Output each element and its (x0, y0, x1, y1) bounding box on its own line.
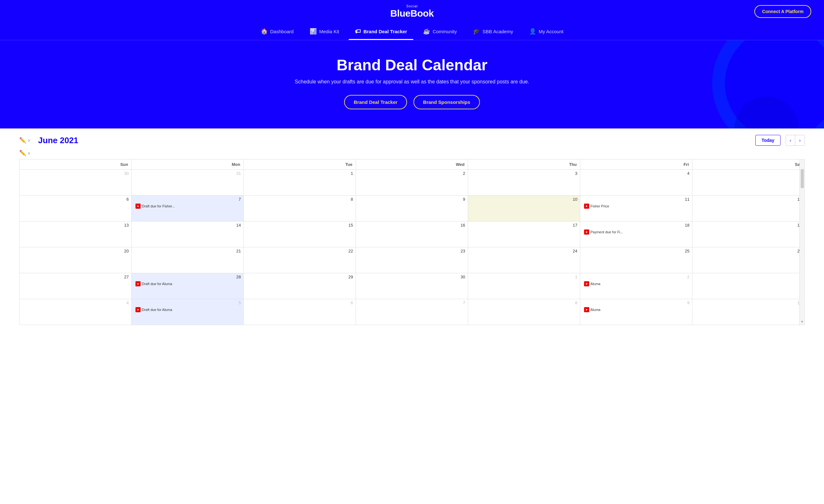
cal-cell-jun7[interactable]: 7 Draft due for Fisher... (132, 196, 244, 221)
event-label-aluma-jun28: Draft due for Aluma (142, 282, 172, 286)
cal-cell-may31[interactable]: 31 (132, 170, 244, 195)
nav-label-sbb-academy: SBB Academy (483, 29, 513, 34)
hero-title: Brand Deal Calendar (13, 56, 811, 74)
event-aluma-jul9[interactable]: Aluma (583, 306, 690, 313)
calendar-grid-wrapper: Sun Mon Tue Wed Thu Fri Sat 30 31 1 2 3 … (19, 159, 805, 325)
cal-cell-jun10[interactable]: 10 (468, 196, 580, 221)
cal-cell-jun11[interactable]: 11 Fisher Price (580, 196, 692, 221)
cal-cell-jun27[interactable]: 27 (19, 273, 132, 299)
connect-platform-button[interactable]: Connect A Platform (754, 5, 811, 18)
cal-cell-jun17[interactable]: 17 (468, 221, 580, 247)
pencil-icon-bottom: ✏️ (19, 149, 26, 157)
cal-cell-jul10[interactable]: 10 (692, 299, 805, 325)
event-icon-payment-jun18 (584, 229, 589, 234)
event-icon-aluma-jun28 (135, 281, 140, 286)
brand-deal-tracker-btn[interactable]: Brand Deal Tracker (344, 95, 407, 109)
nav-item-my-account[interactable]: 👤 My Account (523, 23, 570, 40)
cal-cell-jun6[interactable]: 6 (19, 196, 132, 221)
cal-cell-jun3[interactable]: 3 (468, 170, 580, 195)
nav-item-media-kit[interactable]: 📊 Media Kit (303, 23, 346, 40)
pencil-icon-top: ✏️ (19, 137, 26, 144)
cal-cell-jul7[interactable]: 7 (356, 299, 468, 325)
media-kit-icon: 📊 (310, 28, 317, 35)
cal-cell-jun21[interactable]: 21 (132, 247, 244, 273)
event-payment-fisher-jun18[interactable]: Payment due for Fi... (583, 229, 690, 235)
cal-cell-jun1[interactable]: 1 (244, 170, 356, 195)
cal-cell-jun19[interactable]: 19 (692, 221, 805, 247)
brand-sponsorships-btn[interactable]: Brand Sponsorships (413, 95, 480, 109)
nav-label-media-kit: Media Kit (319, 29, 339, 34)
logo: Social BlueBook (390, 4, 433, 18)
calendar-week-5: 27 28 Draft due for Aluma 29 30 1 2 Alum… (19, 273, 805, 299)
calendar-month-title: June 2021 (38, 135, 750, 145)
event-label-aluma-jul9: Aluma (591, 308, 600, 312)
day-header-wed: Wed (356, 160, 468, 169)
cal-cell-jun24[interactable]: 24 (468, 247, 580, 273)
cal-cell-jun16[interactable]: 16 (356, 221, 468, 247)
nav-item-sbb-academy[interactable]: 🎓 SBB Academy (467, 23, 519, 40)
cal-cell-jun18[interactable]: 18 Payment due for Fi... (580, 221, 692, 247)
left-controls-bottom: ✏️ › (19, 149, 805, 157)
hero-subtitle: Schedule when your drafts are due for ap… (13, 79, 811, 85)
cal-cell-jun12[interactable]: 12 (692, 196, 805, 221)
event-label-fisher-jun11: Fisher Price (591, 204, 609, 208)
cal-cell-jun13[interactable]: 13 (19, 221, 132, 247)
calendar-section: ✏️ › June 2021 Today ‹ › ✏️ › Sun Mon Tu… (0, 128, 824, 331)
event-icon-aluma-jul9 (584, 307, 589, 312)
cal-cell-jul6[interactable]: 6 (244, 299, 356, 325)
cal-cell-jun20[interactable]: 20 (19, 247, 132, 273)
cal-cell-jun4[interactable]: 4 (580, 170, 692, 195)
calendar-day-headers: Sun Mon Tue Wed Thu Fri Sat (19, 160, 805, 170)
nav-label-community: Community (433, 29, 457, 34)
cal-cell-jun23[interactable]: 23 (356, 247, 468, 273)
cal-cell-jun15[interactable]: 15 (244, 221, 356, 247)
event-icon-fisher-jun11 (584, 204, 589, 209)
calendar-week-6: 4 5 Draft due for Aluma 6 7 8 9 Aluma 10 (19, 299, 805, 325)
day-header-sun: Sun (19, 160, 132, 169)
calendar-next-button[interactable]: › (795, 135, 805, 145)
event-icon-fisher-jun7 (135, 204, 140, 209)
main-nav: 🏠 Dashboard 📊 Media Kit 🏷 Brand Deal Tra… (0, 23, 824, 40)
logo-bluebook: BlueBook (390, 9, 433, 18)
cal-cell-jun5[interactable]: 5 (692, 170, 805, 195)
cal-cell-jul3[interactable]: 3 (692, 273, 805, 299)
cal-cell-jul8[interactable]: 8 (468, 299, 580, 325)
cal-cell-jun26[interactable]: 26 (692, 247, 805, 273)
nav-item-brand-deal-tracker[interactable]: 🏷 Brand Deal Tracker (348, 23, 413, 40)
cal-cell-jun22[interactable]: 22 (244, 247, 356, 273)
cal-cell-jul1[interactable]: 1 (468, 273, 580, 299)
calendar-week-1: 30 31 1 2 3 4 5 (19, 170, 805, 196)
calendar-week-3: 13 14 15 16 17 18 Payment due for Fi... … (19, 221, 805, 247)
cal-cell-jun29[interactable]: 29 (244, 273, 356, 299)
calendar-prev-button[interactable]: ‹ (786, 135, 796, 145)
scroll-thumb (801, 169, 804, 188)
cal-cell-jun30[interactable]: 30 (356, 273, 468, 299)
cal-cell-jul5[interactable]: 5 Draft due for Aluma (132, 299, 244, 325)
cal-cell-jun25[interactable]: 25 (580, 247, 692, 273)
calendar-controls: ✏️ › June 2021 Today ‹ › (19, 135, 805, 146)
cal-cell-jun14[interactable]: 14 (132, 221, 244, 247)
scrollbar[interactable]: ▼ (799, 160, 805, 325)
nav-item-dashboard[interactable]: 🏠 Dashboard (254, 23, 300, 40)
event-fisher-price-jun11[interactable]: Fisher Price (583, 203, 690, 209)
today-button[interactable]: Today (755, 135, 780, 146)
event-draft-fisher-jun7[interactable]: Draft due for Fisher... (134, 203, 241, 209)
my-account-icon: 👤 (529, 28, 536, 35)
expand-arrow-bottom[interactable]: › (28, 150, 30, 156)
cal-cell-may30[interactable]: 30 (19, 170, 132, 195)
cal-cell-jun8[interactable]: 8 (244, 196, 356, 221)
cal-cell-jun9[interactable]: 9 (356, 196, 468, 221)
cal-cell-jul4[interactable]: 4 (19, 299, 132, 325)
nav-item-community[interactable]: ☕ Community (417, 23, 463, 40)
cal-cell-jul2[interactable]: 2 Aluma (580, 273, 692, 299)
cal-cell-jun2[interactable]: 2 (356, 170, 468, 195)
cal-cell-jun28[interactable]: 28 Draft due for Aluma (132, 273, 244, 299)
event-aluma-jul2[interactable]: Aluma (583, 281, 690, 287)
calendar-week-4: 20 21 22 23 24 25 26 (19, 247, 805, 273)
calendar-prev-next: ‹ › (786, 135, 805, 146)
event-draft-aluma-jul5[interactable]: Draft due for Aluma (134, 306, 241, 313)
event-icon-aluma-jul5 (135, 307, 140, 312)
event-draft-aluma-jun28[interactable]: Draft due for Aluma (134, 281, 241, 287)
cal-cell-jul9[interactable]: 9 Aluma (580, 299, 692, 325)
expand-arrow-top[interactable]: › (28, 137, 30, 143)
